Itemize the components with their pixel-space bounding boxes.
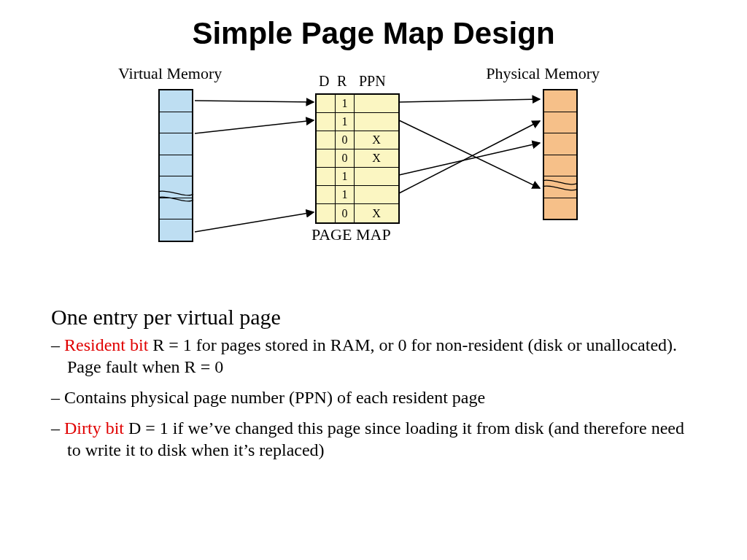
dirty-bit-term: Dirty bit <box>64 419 124 438</box>
cell-r3: 0 <box>336 149 355 168</box>
cell-p6: X <box>355 204 398 222</box>
cell-p2: X <box>355 131 398 149</box>
diagram: Virtual Memory Physical Memory D R PPN 1… <box>118 64 629 283</box>
cell-p1 <box>355 113 398 131</box>
svg-line-4 <box>399 120 540 188</box>
virtual-memory-stack <box>158 89 193 242</box>
cell-p5 <box>355 186 398 204</box>
svg-line-6 <box>399 121 540 193</box>
page-map-table: 1 1 0X 0X 1 1 0X <box>315 93 400 224</box>
cell-d3 <box>317 149 336 168</box>
dirty-bit-text: D = 1 if we’ve changed this page since l… <box>67 419 684 459</box>
cell-d6 <box>317 204 336 222</box>
svg-line-1 <box>195 120 314 133</box>
physical-memory-label: Physical Memory <box>486 64 600 83</box>
cell-r2: 0 <box>336 131 355 149</box>
virtual-memory-label: Virtual Memory <box>118 64 222 83</box>
svg-line-5 <box>399 143 540 175</box>
cell-p4 <box>355 168 398 186</box>
cell-p0 <box>355 95 398 113</box>
cell-d1 <box>317 113 336 131</box>
col-header-r: R <box>337 73 347 90</box>
subheading: One entry per virtual page <box>51 305 696 330</box>
cell-d2 <box>317 131 336 149</box>
cell-p3: X <box>355 149 398 168</box>
svg-line-0 <box>195 101 314 102</box>
resident-bit-text: R = 1 for pages stored in RAM, or 0 for … <box>67 335 677 376</box>
cell-r1: 1 <box>336 113 355 131</box>
cell-r5: 1 <box>336 186 355 204</box>
svg-line-2 <box>195 212 314 232</box>
bullet-ppn: Contains physical page number (PPN) of e… <box>67 386 696 408</box>
svg-line-3 <box>399 99 540 102</box>
cell-r4: 1 <box>336 168 355 186</box>
cell-d5 <box>317 186 336 204</box>
page-map-label: PAGE MAP <box>311 225 391 244</box>
col-header-d: D <box>319 73 329 90</box>
body-text: One entry per virtual page Resident bit … <box>51 305 696 461</box>
col-header-ppn: PPN <box>359 73 386 90</box>
cell-d4 <box>317 168 336 186</box>
bullet-dirty: Dirty bit D = 1 if we’ve changed this pa… <box>67 417 696 461</box>
cell-r6: 0 <box>336 204 355 222</box>
physical-memory-stack <box>543 89 578 220</box>
bullet-resident: Resident bit R = 1 for pages stored in R… <box>67 334 696 378</box>
cell-r0: 1 <box>336 95 355 113</box>
cell-d0 <box>317 95 336 113</box>
page-title: Simple Page Map Design <box>0 0 747 51</box>
bullet-list: Resident bit R = 1 for pages stored in R… <box>51 334 696 461</box>
resident-bit-term: Resident bit <box>64 335 148 354</box>
